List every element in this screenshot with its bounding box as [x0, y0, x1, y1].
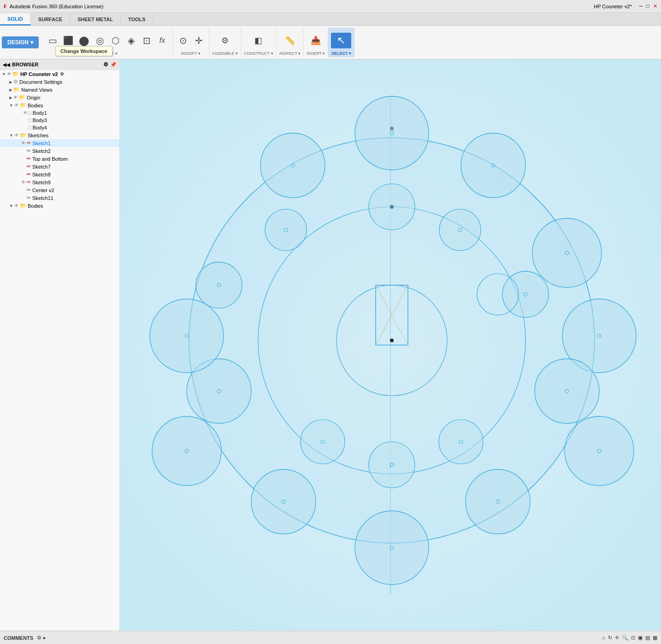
- nav-tool-display3[interactable]: ▦: [653, 635, 657, 641]
- nav-tool-display1[interactable]: ▣: [638, 635, 643, 641]
- design-arrow: ▾: [30, 39, 33, 46]
- modify-press-pull-button[interactable]: ⊙: [176, 34, 190, 47]
- sidebar-item-sketch1[interactable]: 👁 ✏ Sketch1: [0, 139, 119, 147]
- create-sweep-button[interactable]: ◎: [92, 34, 107, 47]
- sketch9-label: Sketch9: [32, 180, 51, 185]
- origin-arrow[interactable]: ▶: [9, 95, 12, 100]
- sidebar-item-sketch9[interactable]: 👁 ✏ Sketch9: [0, 178, 119, 186]
- canvas-svg: [120, 59, 661, 631]
- bodies-sub-arrow[interactable]: ▼: [9, 204, 13, 208]
- root-collapse-arrow[interactable]: ▼: [2, 72, 6, 76]
- eye-icon-body1[interactable]: 👁: [23, 111, 27, 115]
- titlebar: F Autodesk Fusion 360 (Education License…: [0, 0, 661, 13]
- sidebar-item-bodies[interactable]: ▼ 👁 📁 Bodies: [0, 101, 119, 109]
- tab-tools[interactable]: TOOLS: [121, 13, 153, 25]
- eye-icon-origin[interactable]: 👁: [13, 95, 18, 100]
- sidebar-item-origin[interactable]: ▶ 👁 📁 Origin: [0, 94, 119, 101]
- create-extrude-button[interactable]: ⬛: [61, 34, 76, 47]
- sketches-label: Sketches: [28, 133, 48, 138]
- root-settings-icon[interactable]: ⚙: [60, 71, 64, 76]
- construct-group-label[interactable]: CONSTRUCT ▾: [244, 51, 273, 57]
- sidebar-item-sketch7[interactable]: 👁 ✏ Sketch7: [0, 163, 119, 170]
- insert-group-label[interactable]: INSERT ▾: [307, 51, 325, 57]
- insert-button[interactable]: 📥: [308, 34, 323, 47]
- sidebar-item-center-v2[interactable]: 👁 ✏ Center v2: [0, 186, 119, 194]
- sidebar-root-item[interactable]: ▼ 👁 📁 HP Couneter v2 ⚙: [0, 70, 119, 78]
- eye-icon-sketch9[interactable]: 👁: [21, 180, 26, 185]
- inspect-measure-button[interactable]: 📏: [283, 34, 297, 47]
- design-button[interactable]: DESIGN ▾: [2, 36, 39, 48]
- minimize-button[interactable]: ─: [639, 3, 643, 9]
- bottombar-settings-icon[interactable]: ⚙: [37, 635, 41, 641]
- create-fx-button[interactable]: fx: [155, 35, 170, 46]
- modify-group-label[interactable]: MODIFY ▾: [181, 51, 201, 57]
- create-loft-button[interactable]: ⬡: [108, 34, 123, 47]
- assemble-joint-button[interactable]: ⚙: [218, 34, 232, 47]
- svg-point-23: [565, 416, 634, 486]
- eye-icon-bodies-sub[interactable]: 👁: [14, 203, 19, 208]
- sidebar-pin-icon[interactable]: 📌: [110, 62, 117, 68]
- gear-icon: ⚙: [13, 79, 18, 85]
- select-group-label[interactable]: SELECT ▾: [331, 51, 351, 57]
- sidebar-item-sketch11[interactable]: 👁 ✏ Sketch11: [0, 194, 119, 202]
- main-content: ◀◀ BROWSER ⚙ 📌 ▼ 👁 📁 HP Couneter v2 ⚙ ▶ …: [0, 59, 661, 631]
- eye-icon[interactable]: 👁: [7, 71, 12, 76]
- tab-sheet-metal[interactable]: SHEET METAL: [70, 13, 121, 25]
- nav-tool-display2[interactable]: ▤: [645, 635, 650, 641]
- inspect-group-label[interactable]: INSPECT ▾: [279, 51, 301, 57]
- doc-settings-arrow[interactable]: ▶: [9, 80, 12, 84]
- sketch2-label: Sketch2: [32, 148, 51, 154]
- close-button[interactable]: ✕: [653, 3, 657, 9]
- nav-tool-zoom[interactable]: 🔍: [622, 635, 628, 641]
- sidebar-item-bodies-sub[interactable]: ▼ 👁 📁 Bodies: [0, 202, 119, 210]
- svg-point-41: [369, 184, 415, 230]
- nav-tool-orbit[interactable]: ↻: [608, 635, 612, 641]
- viewport[interactable]: [120, 59, 661, 631]
- sidebar-item-document-settings[interactable]: ▶ ⚙ Document Settings: [0, 78, 119, 86]
- sidebar-item-top-bottom[interactable]: 👁 ✏ Top and Bottom: [0, 155, 119, 163]
- create-revolve-button[interactable]: ⬤: [77, 34, 91, 47]
- create-webbutton[interactable]: ⊡: [139, 34, 154, 47]
- create-new-component-button[interactable]: ▭: [45, 34, 60, 47]
- construct-plane-button[interactable]: ◧: [251, 34, 266, 47]
- bottombar-right-tools: ⌂ ↻ ✛ 🔍 ⊡ ▣ ▤ ▦: [602, 635, 657, 641]
- center-v2-label: Center v2: [32, 187, 54, 193]
- named-views-arrow[interactable]: ▶: [9, 88, 12, 92]
- sidebar-item-named-views[interactable]: ▶ 📁 Named Views: [0, 86, 119, 94]
- eye-icon-bodies[interactable]: 👁: [14, 103, 19, 108]
- browser-collapse-icon[interactable]: ◀◀: [3, 62, 10, 67]
- nav-tool-fit[interactable]: ⊡: [631, 635, 635, 641]
- eye-icon-sketches[interactable]: 👁: [14, 133, 19, 138]
- select-button[interactable]: ↖: [331, 33, 351, 48]
- nav-tool-pan[interactable]: ✛: [615, 635, 619, 641]
- document-title: HP Couneter v2*: [594, 4, 631, 9]
- sidebar-item-sketches[interactable]: ▼ 👁 📁 Sketches: [0, 131, 119, 139]
- sidebar-item-sketch2[interactable]: 👁 ✏ Sketch2: [0, 147, 119, 155]
- design-label: DESIGN: [7, 39, 29, 46]
- maximize-button[interactable]: □: [646, 3, 649, 9]
- nav-tool-home[interactable]: ⌂: [602, 635, 605, 641]
- sketches-arrow[interactable]: ▼: [9, 133, 13, 138]
- bodies-arrow[interactable]: ▼: [9, 103, 13, 108]
- sidebar-settings-icon[interactable]: ⚙: [103, 61, 108, 68]
- create-rib-button[interactable]: ◈: [124, 34, 138, 47]
- sidebar-item-body1[interactable]: 👁 □ Body1: [0, 109, 119, 117]
- assemble-group-label[interactable]: ASSEMBLE ▾: [212, 51, 238, 57]
- modify-move-button[interactable]: ✛: [191, 34, 206, 47]
- browser-label: BROWSER: [12, 62, 103, 67]
- tab-solid[interactable]: SOLID: [0, 13, 31, 25]
- bottombar-collapse-icon[interactable]: ▸: [43, 635, 46, 641]
- sidebar-item-body4[interactable]: 👁 □ Body4: [0, 124, 119, 131]
- tab-surface[interactable]: SURFACE: [31, 13, 71, 25]
- body-icon-body4: □: [28, 125, 31, 130]
- ribbon-group-modify: ⊙ ✛ MODIFY ▾: [173, 28, 209, 57]
- sidebar-item-body3[interactable]: 👁 □ Body3: [0, 117, 119, 124]
- sketch-icon-sketch1: ✏: [27, 140, 31, 146]
- sidebar-item-sketch8[interactable]: 👁 ✏ Sketch8: [0, 170, 119, 178]
- body-icon-body3: □: [28, 117, 31, 123]
- folder-icon-named-views: 📁: [13, 87, 20, 93]
- sketch-icon-sketch11: ✏: [27, 195, 31, 201]
- folder-icon-bodies: 📁: [20, 102, 26, 108]
- sketch-icon-sketch9: ✏: [27, 179, 31, 185]
- eye-icon-sketch1[interactable]: 👁: [21, 141, 26, 146]
